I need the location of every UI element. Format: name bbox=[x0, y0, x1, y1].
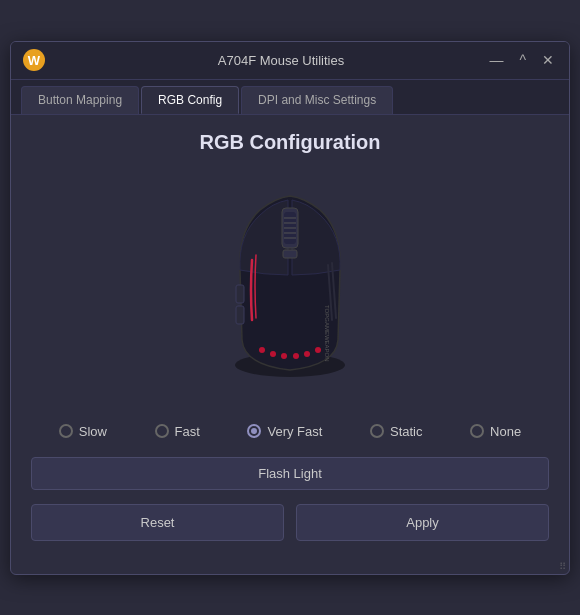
page-title: RGB Configuration bbox=[31, 131, 549, 154]
tab-button-mapping[interactable]: Button Mapping bbox=[21, 86, 139, 114]
option-very-fast[interactable]: Very Fast bbox=[247, 424, 322, 439]
radio-fast[interactable] bbox=[155, 424, 169, 438]
radio-slow[interactable] bbox=[59, 424, 73, 438]
svg-point-12 bbox=[270, 351, 276, 357]
minimize-button[interactable]: — bbox=[485, 51, 507, 69]
svg-point-16 bbox=[315, 347, 321, 353]
option-slow[interactable]: Slow bbox=[59, 424, 107, 439]
label-very-fast: Very Fast bbox=[267, 424, 322, 439]
svg-rect-9 bbox=[236, 285, 244, 303]
close-button[interactable]: ✕ bbox=[538, 51, 558, 69]
title-bar: W A704F Mouse Utilities — ^ ✕ bbox=[11, 42, 569, 80]
app-icon: W bbox=[23, 49, 45, 71]
svg-point-11 bbox=[259, 347, 265, 353]
option-fast[interactable]: Fast bbox=[155, 424, 200, 439]
tab-bar: Button Mapping RGB Config DPI and Misc S… bbox=[11, 80, 569, 115]
option-static[interactable]: Static bbox=[370, 424, 423, 439]
resize-handle[interactable]: ⠿ bbox=[11, 559, 569, 574]
main-window: W A704F Mouse Utilities — ^ ✕ Button Map… bbox=[10, 41, 570, 575]
svg-rect-8 bbox=[283, 250, 297, 258]
mouse-image-container: TOPGAMEWEAPON bbox=[31, 170, 549, 400]
label-slow: Slow bbox=[79, 424, 107, 439]
svg-rect-10 bbox=[236, 306, 244, 324]
tab-content: RGB Configuration bbox=[11, 115, 569, 559]
svg-point-14 bbox=[293, 353, 299, 359]
radio-static[interactable] bbox=[370, 424, 384, 438]
speed-options: Slow Fast Very Fast Static None bbox=[31, 416, 549, 447]
action-buttons: Reset Apply bbox=[31, 504, 549, 541]
svg-point-13 bbox=[281, 353, 287, 359]
radio-very-fast[interactable] bbox=[247, 424, 261, 438]
svg-point-15 bbox=[304, 351, 310, 357]
reset-button[interactable]: Reset bbox=[31, 504, 284, 541]
tab-dpi-misc[interactable]: DPI and Misc Settings bbox=[241, 86, 393, 114]
mouse-illustration: TOPGAMEWEAPON bbox=[210, 180, 370, 390]
flash-light-button[interactable]: Flash Light bbox=[31, 457, 549, 490]
window-controls: — ^ ✕ bbox=[485, 51, 558, 69]
window-title: A704F Mouse Utilities bbox=[55, 53, 507, 68]
radio-none[interactable] bbox=[470, 424, 484, 438]
label-none: None bbox=[490, 424, 521, 439]
option-none[interactable]: None bbox=[470, 424, 521, 439]
label-fast: Fast bbox=[175, 424, 200, 439]
svg-text:TOPGAMEWEAPON: TOPGAMEWEAPON bbox=[324, 305, 330, 362]
apply-button[interactable]: Apply bbox=[296, 504, 549, 541]
tab-rgb-config[interactable]: RGB Config bbox=[141, 86, 239, 114]
maximize-button[interactable]: ^ bbox=[515, 51, 530, 69]
label-static: Static bbox=[390, 424, 423, 439]
resize-icon: ⠿ bbox=[559, 561, 565, 572]
